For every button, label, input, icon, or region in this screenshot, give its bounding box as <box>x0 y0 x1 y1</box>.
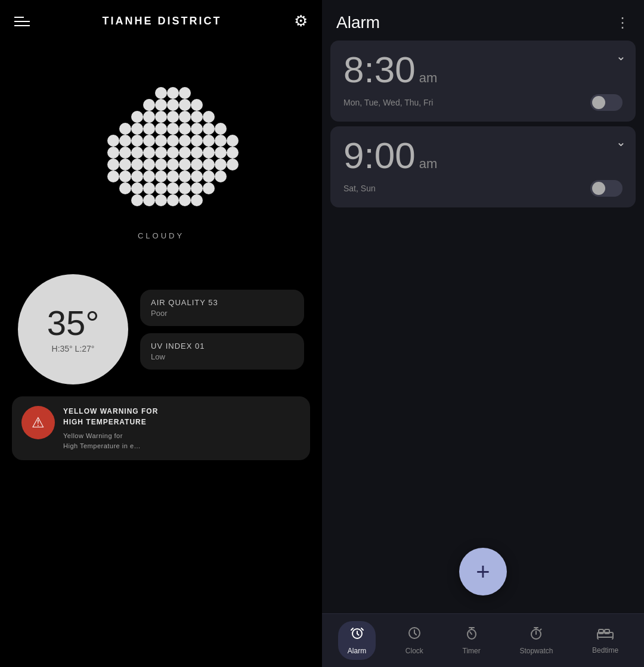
svg-point-17 <box>143 123 155 135</box>
left-header: TIANHE DISTRICT ⚙ <box>0 0 322 42</box>
svg-point-38 <box>143 147 155 159</box>
svg-point-9 <box>143 111 155 123</box>
svg-point-16 <box>131 123 143 135</box>
svg-point-69 <box>143 182 155 194</box>
temperature-circle: 35° H:35° L:27° <box>18 274 128 384</box>
svg-point-54 <box>203 159 215 170</box>
right-panel: Alarm ⋮ ⌄ 8:30 am Mon, Tue, Wed, Thu, Fr… <box>322 0 644 667</box>
svg-point-30 <box>179 135 191 147</box>
svg-point-10 <box>155 111 167 123</box>
svg-point-50 <box>155 159 167 170</box>
svg-point-45 <box>227 147 239 159</box>
uv-index-title: UV INDEX 01 <box>151 342 293 350</box>
uv-index-badge: UV INDEX 01 Low <box>140 333 304 370</box>
svg-point-7 <box>191 99 203 111</box>
svg-point-77 <box>155 194 167 206</box>
alarm-list: ⌄ 8:30 am Mon, Tue, Wed, Thu, Fri ⌄ 9:00… <box>322 41 644 207</box>
svg-point-59 <box>131 170 143 182</box>
clock-nav-label: Clock <box>405 647 423 655</box>
toggle-knob-1 <box>592 96 605 109</box>
bedtime-nav-icon <box>597 626 614 643</box>
timer-nav-label: Timer <box>463 647 481 655</box>
left-panel: TIANHE DISTRICT ⚙ <box>0 0 322 667</box>
fab-area: + <box>322 207 644 613</box>
cloud-illustration: CLOUDY <box>0 72 322 250</box>
svg-point-3 <box>143 99 155 111</box>
hamburger-menu[interactable] <box>14 17 30 26</box>
alarm-card-2[interactable]: ⌄ 9:00 am Sat, Sun <box>330 126 636 207</box>
alarm-card-bottom-1: Mon, Tue, Wed, Thu, Fri <box>343 94 623 111</box>
svg-point-29 <box>167 135 179 147</box>
warning-card[interactable]: ⚠ YELLOW WARNING FOR HIGH TEMPERATURE Ye… <box>12 396 310 460</box>
alarm-expand-icon-2[interactable]: ⌄ <box>616 135 626 149</box>
svg-point-18 <box>155 123 167 135</box>
alarm-card-1[interactable]: ⌄ 8:30 am Mon, Tue, Wed, Thu, Fri <box>330 41 636 122</box>
add-alarm-button[interactable]: + <box>459 548 507 595</box>
svg-point-66 <box>215 170 227 182</box>
warning-title: YELLOW WARNING FOR HIGH TEMPERATURE <box>63 406 301 427</box>
svg-point-39 <box>155 147 167 159</box>
more-options-icon[interactable]: ⋮ <box>615 14 630 31</box>
nav-item-clock[interactable]: Clock <box>396 621 433 660</box>
svg-point-27 <box>143 135 155 147</box>
svg-point-6 <box>179 99 191 111</box>
alarm-time-2: 9:00 am <box>343 137 623 174</box>
svg-point-63 <box>179 170 191 182</box>
svg-point-55 <box>215 159 227 170</box>
weather-info: 35° H:35° L:27° AIR QUALITY 53 Poor UV I… <box>0 274 322 384</box>
air-quality-title: AIR QUALITY 53 <box>151 298 293 307</box>
svg-point-80 <box>191 194 203 206</box>
svg-point-5 <box>167 99 179 111</box>
svg-point-43 <box>203 147 215 159</box>
svg-point-62 <box>167 170 179 182</box>
stopwatch-nav-label: Stopwatch <box>519 647 553 655</box>
svg-point-76 <box>143 194 155 206</box>
svg-point-22 <box>203 123 215 135</box>
location-title: TIANHE DISTRICT <box>103 15 222 27</box>
svg-point-40 <box>167 147 179 159</box>
weather-condition: CLOUDY <box>138 231 184 240</box>
svg-point-49 <box>143 159 155 170</box>
alarm-nav-icon <box>350 626 364 644</box>
warning-icon: ⚠ <box>21 406 55 439</box>
svg-point-72 <box>179 182 191 194</box>
svg-point-41 <box>179 147 191 159</box>
svg-point-52 <box>179 159 191 170</box>
svg-point-23 <box>215 123 227 135</box>
bottom-navigation: Alarm Clock Timer <box>322 613 644 667</box>
bedtime-nav-label: Bedtime <box>592 646 618 654</box>
svg-point-8 <box>131 111 143 123</box>
alarm-expand-icon-1[interactable]: ⌄ <box>616 49 626 63</box>
toggle-knob-2 <box>592 182 605 195</box>
temperature-range: H:35° L:27° <box>52 344 95 353</box>
svg-point-13 <box>191 111 203 123</box>
alarm-ampm-1: am <box>419 70 438 86</box>
svg-point-65 <box>203 170 215 182</box>
nav-item-bedtime[interactable]: Bedtime <box>583 622 628 659</box>
settings-icon[interactable]: ⚙ <box>294 12 308 30</box>
svg-point-61 <box>155 170 167 182</box>
temperature-value: 35° <box>47 306 100 340</box>
svg-point-47 <box>119 159 131 170</box>
svg-point-58 <box>119 170 131 182</box>
weather-badges: AIR QUALITY 53 Poor UV INDEX 01 Low <box>140 290 304 370</box>
alarm-ampm-2: am <box>419 156 438 172</box>
alarm-toggle-2[interactable] <box>590 180 623 197</box>
clock-nav-icon <box>407 626 422 644</box>
alarm-toggle-1[interactable] <box>590 94 623 111</box>
svg-point-51 <box>167 159 179 170</box>
svg-point-25 <box>119 135 131 147</box>
alarm-time-value-1: 8:30 <box>343 51 416 88</box>
svg-point-79 <box>179 194 191 206</box>
nav-item-timer[interactable]: Timer <box>453 621 490 660</box>
svg-point-1 <box>167 87 179 99</box>
svg-point-32 <box>203 135 215 147</box>
cloud-svg <box>66 82 256 213</box>
alarm-card-bottom-2: Sat, Sun <box>343 180 623 197</box>
nav-item-stopwatch[interactable]: Stopwatch <box>510 621 562 660</box>
warning-body: Yellow Warning for High Temperature in e… <box>63 431 301 451</box>
svg-point-68 <box>131 182 143 194</box>
svg-point-21 <box>191 123 203 135</box>
nav-item-alarm[interactable]: Alarm <box>338 621 376 660</box>
svg-point-70 <box>155 182 167 194</box>
